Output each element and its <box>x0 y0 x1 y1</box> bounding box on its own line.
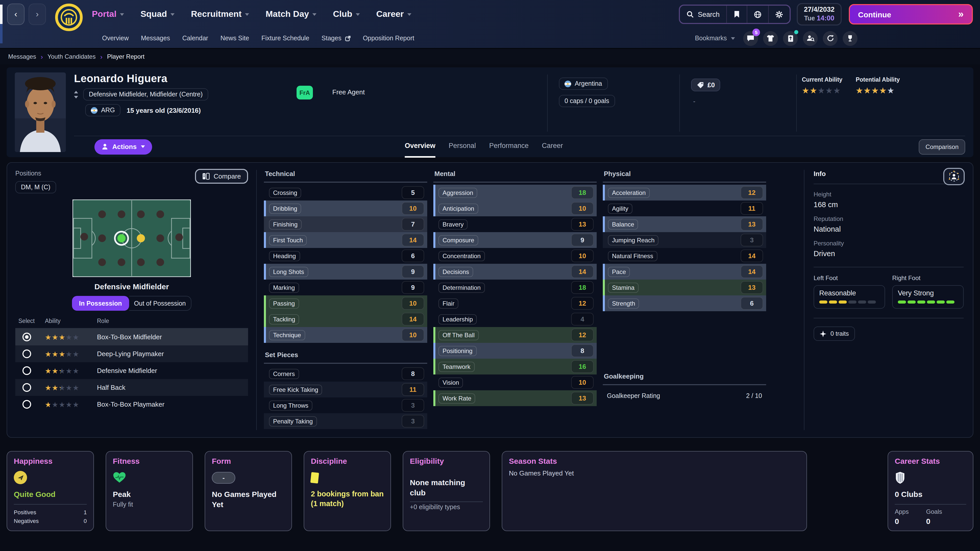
attribute-label[interactable]: Concentration <box>438 251 485 261</box>
attribute-label[interactable]: Pace <box>608 267 630 277</box>
role-row[interactable]: ★★★★★★★★★★ Box-To-Box Midfielder <box>15 329 248 345</box>
attribute-label[interactable]: Work Rate <box>438 393 476 403</box>
role-radio[interactable] <box>22 383 31 392</box>
comparison-button[interactable]: Comparison <box>919 139 965 154</box>
forward-button[interactable]: › <box>29 3 46 25</box>
eligibility-card[interactable]: Eligibility None matching club +0 eligib… <box>403 451 490 531</box>
attribute-label[interactable]: Dribbling <box>269 203 301 213</box>
argentina-flag-icon <box>91 107 97 114</box>
search-button[interactable]: Search <box>680 6 726 23</box>
attribute-label[interactable]: Tackling <box>269 314 299 324</box>
role-radio[interactable] <box>22 400 31 409</box>
discipline-card[interactable]: Discipline 2 bookings from ban (1 match) <box>304 451 391 531</box>
inbox-messages-button[interactable]: 5 <box>743 31 758 46</box>
attribute-label[interactable]: Long Throws <box>269 400 312 410</box>
world-button[interactable] <box>747 6 768 23</box>
tab[interactable]: Personal <box>449 142 476 151</box>
attribute-label[interactable]: Agility <box>608 203 632 213</box>
attribute-label[interactable]: Determination <box>438 283 485 292</box>
position-cycle-control[interactable] <box>74 91 78 98</box>
attribute-label[interactable]: Passing <box>269 298 299 308</box>
attribute-label[interactable]: Vision <box>438 377 463 387</box>
happiness-card[interactable]: Happiness Quite Good Positives1 Negative… <box>6 451 94 531</box>
bookmarks-dropdown[interactable]: Bookmarks <box>695 35 735 42</box>
attribute-label[interactable]: Composure <box>438 235 478 245</box>
sync-button[interactable] <box>823 31 838 46</box>
menu-item[interactable]: Recruitment <box>191 9 249 19</box>
attribute-label[interactable]: First Touch <box>269 235 307 245</box>
attribute-label[interactable]: Jumping Reach <box>608 235 659 245</box>
competitions-button[interactable] <box>843 31 858 46</box>
bookmark-button[interactable] <box>726 6 747 23</box>
back-button[interactable]: ‹ <box>7 3 24 25</box>
breadcrumb-item[interactable]: Messages <box>8 53 36 60</box>
scouting-button[interactable] <box>803 31 818 46</box>
squad-shirt-button[interactable] <box>763 31 778 46</box>
role-radio[interactable] <box>22 366 31 375</box>
attribute-row: Anticipation 10 <box>433 200 597 216</box>
subnav-item[interactable]: Fixture Schedule <box>261 35 309 42</box>
role-row[interactable]: ★★★★★★★★★★ Deep-Lying Playmaker <box>15 345 248 362</box>
menu-item[interactable]: Squad <box>140 9 175 19</box>
attribute-label[interactable]: Flair <box>438 298 458 308</box>
role-row[interactable]: ★★★★★★★★★★ Half Back <box>15 379 248 396</box>
role-row[interactable]: ★★★★★★★★★★ Box-To-Box Playmaker <box>15 396 248 413</box>
tab[interactable]: Performance <box>489 142 529 151</box>
attribute-value: 3 <box>741 233 763 246</box>
attribute-label[interactable]: Long Shots <box>269 267 308 277</box>
role-radio[interactable] <box>22 333 31 341</box>
game-date[interactable]: 27/4/2032 Tue 14:00 <box>797 3 842 25</box>
actions-button[interactable]: Actions <box>94 139 152 154</box>
attribute-label[interactable]: Off The Ball <box>438 330 479 340</box>
role-radio[interactable] <box>22 349 31 358</box>
career-stats-card[interactable]: Career Stats 0 Clubs Apps 0 Goals 0 <box>888 451 974 531</box>
subnav-item[interactable]: Opposition Report <box>363 35 414 42</box>
attribute-label[interactable]: Positioning <box>438 346 476 356</box>
subnav-item[interactable]: Calendar <box>182 35 208 42</box>
form-card[interactable]: Form - No Games Played Yet <box>205 451 292 531</box>
tab[interactable]: Overview <box>405 142 435 151</box>
attribute-label[interactable]: Technique <box>269 330 305 340</box>
attribute-label[interactable]: Bravery <box>438 219 468 229</box>
attribute-label[interactable]: Balance <box>608 219 638 229</box>
menu-item[interactable]: Career <box>376 9 411 19</box>
season-stats-card[interactable]: Season Stats No Games Played Yet <box>502 451 807 531</box>
role-row[interactable]: ★★★★★★★★★★ Defensive Midfielder <box>15 362 248 379</box>
attribute-label[interactable]: Decisions <box>438 267 473 277</box>
possession-toggle-option[interactable]: Out of Possession <box>129 296 191 311</box>
attribute-label[interactable]: Anticipation <box>438 203 478 213</box>
attribute-label[interactable]: Natural Fitness <box>608 251 657 261</box>
subnav-item[interactable]: Stages <box>321 35 351 42</box>
attribute-label[interactable]: Penalty Taking <box>269 416 317 426</box>
traits-button[interactable]: 0 traits <box>814 327 855 341</box>
menu-item[interactable]: Match Day <box>266 9 317 19</box>
subnav-item[interactable]: News Site <box>221 35 249 42</box>
possession-toggle-option[interactable]: In Possession <box>72 296 129 311</box>
attribute-label[interactable]: Leadership <box>438 314 477 324</box>
settings-button[interactable] <box>768 6 790 23</box>
compare-button[interactable]: Compare <box>195 169 248 184</box>
attribute-row: Crossing 5 <box>264 185 427 200</box>
attribute-label[interactable]: Acceleration <box>608 187 650 198</box>
subnav-item[interactable]: Overview <box>102 35 129 42</box>
attribute-label[interactable]: Free Kick Taking <box>269 384 322 395</box>
attribute-label[interactable]: Crossing <box>269 187 301 198</box>
attribute-label[interactable]: Stamina <box>608 283 638 292</box>
attribute-label[interactable]: Heading <box>269 251 300 261</box>
attribute-label[interactable]: Teamwork <box>438 362 474 372</box>
attribute-label[interactable]: Aggression <box>438 187 477 198</box>
menu-item[interactable]: Portal <box>92 9 124 19</box>
breadcrumb-item[interactable]: Youth Candidates <box>36 53 95 60</box>
attribute-label[interactable]: Finishing <box>269 219 302 229</box>
fitness-card[interactable]: Fitness Peak Fully fit <box>106 451 193 531</box>
menu-item[interactable]: Club <box>333 9 360 19</box>
attribute-label[interactable]: Strength <box>608 298 639 308</box>
continue-button[interactable]: Continue » <box>849 4 973 24</box>
ability-overview-button[interactable] <box>943 168 965 185</box>
transfers-button[interactable] <box>783 31 798 46</box>
breadcrumb-item[interactable]: Player Report <box>96 53 145 60</box>
attribute-label[interactable]: Marking <box>269 283 299 292</box>
tab[interactable]: Career <box>542 142 563 151</box>
attribute-label[interactable]: Corners <box>269 368 299 379</box>
subnav-item[interactable]: Messages <box>141 35 170 42</box>
